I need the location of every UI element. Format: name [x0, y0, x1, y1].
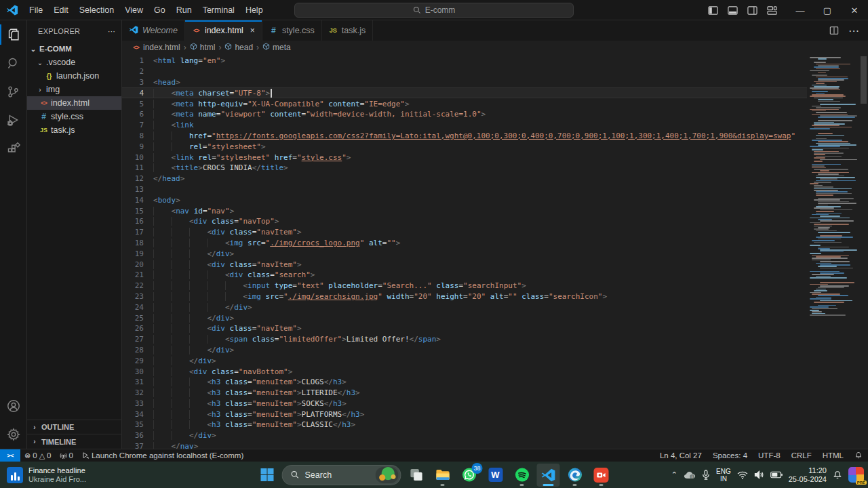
code-line-5[interactable]: 5 <meta http-equiv="X-UA-Compatible" con… — [122, 98, 807, 109]
language-indicator[interactable]: ENGIN — [716, 468, 731, 483]
settings-gear-icon[interactable] — [0, 420, 27, 449]
code-line-27[interactable]: 27 <span class="limitedOffer">Limited Of… — [122, 334, 807, 345]
code-line-16[interactable]: 16 <div class="navTop"> — [122, 216, 807, 227]
file-explorer-button[interactable] — [431, 464, 454, 487]
breadcrumb-item-index-html[interactable]: <>index.html — [132, 43, 180, 52]
close-tab-icon[interactable]: × — [250, 26, 255, 35]
launch-config[interactable]: Launch Chrome against localhost (E-comm) — [77, 449, 248, 462]
wifi-icon[interactable] — [737, 471, 748, 479]
command-center-search[interactable]: E-comm — [294, 3, 574, 18]
screen-recorder-button[interactable] — [590, 464, 613, 487]
toggle-secondary-sidebar-icon[interactable] — [747, 5, 757, 16]
status-spaces-4[interactable]: Spaces: 4 — [707, 449, 753, 462]
sidebar-section-outline[interactable]: ›OUTLINE — [27, 420, 121, 434]
minimap[interactable] — [810, 57, 859, 317]
code-line-26[interactable]: 26 <div class="navItem"> — [122, 323, 807, 334]
code-line-36[interactable]: 36 </div> — [122, 430, 807, 441]
tab-index-html[interactable]: <>index.html× — [185, 20, 262, 41]
code-line-17[interactable]: 17 <div class="navItem"> — [122, 227, 807, 238]
word-button[interactable]: W — [484, 464, 507, 487]
sidebar-section-timeline[interactable]: ›TIMELINE — [27, 434, 121, 449]
microphone-icon[interactable] — [702, 470, 710, 480]
menu-item-file[interactable]: File — [24, 3, 48, 17]
code-line-6[interactable]: 6 <meta name="viewport" content="width=d… — [122, 109, 807, 120]
status-html[interactable]: HTML — [817, 449, 849, 462]
editor-scrollbar[interactable] — [859, 54, 868, 449]
code-line-32[interactable]: 32 <h3 class="menuItem">LITERIDE</h3> — [122, 388, 807, 399]
code-line-29[interactable]: 29 </div> — [122, 355, 807, 366]
code-line-1[interactable]: 1<html lang="en"> — [122, 56, 807, 66]
breadcrumb-item-html[interactable]: html — [190, 43, 216, 52]
account-icon[interactable] — [0, 392, 27, 420]
code-line-35[interactable]: 35 <h3 class="menuItem">CLASSIC</h3> — [122, 420, 807, 430]
tree-item-img[interactable]: ›img — [27, 83, 121, 96]
tab-welcome[interactable]: Welcome — [122, 20, 185, 41]
code-line-14[interactable]: 14<body> — [122, 195, 807, 205]
run-debug-icon[interactable] — [0, 106, 27, 134]
source-control-icon[interactable] — [0, 77, 27, 106]
start-button[interactable] — [256, 464, 279, 487]
code-line-13[interactable]: 13 — [122, 184, 807, 195]
code-line-21[interactable]: 21 <div class="search"> — [122, 270, 807, 281]
onedrive-icon[interactable]: i — [684, 470, 696, 479]
breadcrumb-item-meta[interactable]: meta — [262, 43, 291, 52]
explorer-icon[interactable] — [0, 20, 27, 49]
status-ln-4-col-27[interactable]: Ln 4, Col 27 — [654, 449, 707, 462]
code-line-37[interactable]: 37 </nav> — [122, 441, 807, 449]
menu-item-run[interactable]: Run — [171, 3, 197, 17]
code-line-11[interactable]: 11 <title>CROCS INDIA</title> — [122, 163, 807, 174]
code-line-3[interactable]: 3<head> — [122, 77, 807, 88]
menu-item-help[interactable]: Help — [240, 3, 269, 17]
edge-button[interactable] — [564, 464, 587, 487]
whatsapp-button[interactable]: 38 — [458, 464, 481, 487]
tree-item-index-html[interactable]: <>index.html — [27, 96, 121, 110]
tree-item-task-js[interactable]: JStask.js — [27, 123, 121, 137]
code-line-28[interactable]: 28 </div> — [122, 345, 807, 356]
maximize-button[interactable]: ▢ — [814, 0, 841, 20]
clock[interactable]: 11:2025-05-2024 — [789, 466, 827, 484]
speaker-icon[interactable] — [754, 470, 764, 479]
vscode-taskbar-button[interactable] — [537, 464, 560, 487]
menu-item-view[interactable]: View — [119, 3, 149, 17]
tray-overflow-chevron-icon[interactable]: ⌃ — [671, 470, 677, 479]
menu-item-go[interactable]: Go — [149, 3, 171, 17]
code-line-15[interactable]: 15 <nav id="nav"> — [122, 205, 807, 216]
widgets-button[interactable]: Finance headline Ukraine Aid Fro... — [7, 466, 86, 484]
code-line-23[interactable]: 23 <img src="./img/searchsign.jpg" width… — [122, 291, 807, 302]
code-line-24[interactable]: 24 </div> — [122, 302, 807, 312]
code-line-19[interactable]: 19 </div> — [122, 248, 807, 259]
tab-style-css[interactable]: #style.css — [262, 20, 322, 41]
close-button[interactable]: ✕ — [841, 0, 868, 20]
ports-indicator[interactable]: 0 — [56, 449, 77, 462]
scrollbar-thumb[interactable] — [861, 56, 867, 104]
menu-item-edit[interactable]: Edit — [48, 3, 74, 17]
code-line-9[interactable]: 9 rel="stylesheet"> — [122, 141, 807, 152]
notifications-bell[interactable] — [849, 449, 868, 462]
code-line-2[interactable]: 2 — [122, 66, 807, 77]
copilot-icon[interactable]: PRE — [848, 467, 864, 483]
minimize-button[interactable]: — — [787, 0, 814, 20]
code-line-20[interactable]: 20 <div class="navItem"> — [122, 259, 807, 270]
menu-item-terminal[interactable]: Terminal — [197, 3, 240, 17]
menu-item-selection[interactable]: Selection — [74, 3, 119, 17]
status-crlf[interactable]: CRLF — [786, 449, 817, 462]
editor-more-actions-icon[interactable]: ⋯ — [848, 24, 860, 37]
remote-indicator[interactable]: >< — [0, 449, 20, 462]
tree-item--vscode[interactable]: ⌄.vscode — [27, 56, 121, 69]
status-utf-8[interactable]: UTF-8 — [753, 449, 786, 462]
problems-indicator[interactable]: ⊗ 0 △ 0 — [20, 449, 56, 462]
code-line-12[interactable]: 12</head> — [122, 174, 807, 184]
customize-layout-icon[interactable] — [767, 5, 777, 16]
breadcrumb-item-head[interactable]: head — [224, 43, 253, 52]
split-editor-icon[interactable] — [829, 26, 839, 35]
battery-icon[interactable] — [770, 471, 783, 479]
notification-bell-icon[interactable] — [833, 470, 842, 480]
tab-task-js[interactable]: JStask.js — [322, 20, 373, 41]
code-line-33[interactable]: 33 <h3 class="menuItem">SOCKS</h3> — [122, 399, 807, 409]
code-line-18[interactable]: 18 <img src="./img/crocs_logo.png" alt="… — [122, 238, 807, 249]
code-line-34[interactable]: 34 <h3 class="menuItem">PLATFORMS</h3> — [122, 409, 807, 420]
tree-item-launch-json[interactable]: {}launch.json — [27, 69, 121, 83]
breadcrumb[interactable]: <>index.html›html›head›meta — [122, 41, 868, 54]
code-line-4[interactable]: 4 <meta charset="UTF-8"> — [122, 87, 807, 98]
code-line-25[interactable]: 25 </div> — [122, 312, 807, 323]
